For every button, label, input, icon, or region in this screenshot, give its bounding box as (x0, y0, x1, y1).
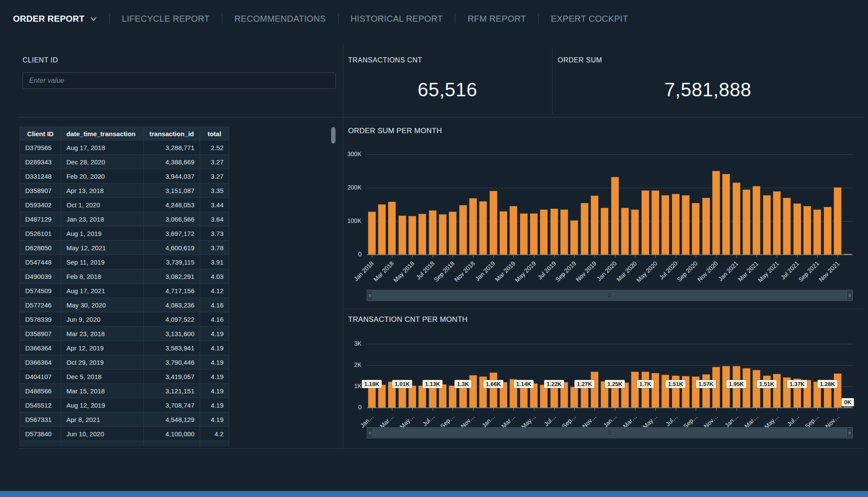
bar[interactable] (378, 204, 386, 255)
table-row[interactable]: D358907Mar 23, 20183,131,6004.19 (20, 327, 229, 341)
bar[interactable] (418, 386, 426, 408)
table-row[interactable]: D379565Aug 17, 20183,288,7712.52 (20, 141, 229, 155)
bar[interactable] (661, 195, 669, 255)
bar[interactable] (439, 214, 447, 255)
bar[interactable] (651, 373, 659, 408)
nav-tab-order-report[interactable]: ORDER REPORT (13, 14, 109, 24)
bar[interactable] (712, 171, 720, 255)
column-header-date-time[interactable]: date_time_transaction (61, 127, 144, 141)
bar[interactable] (408, 386, 416, 408)
bar[interactable] (722, 174, 730, 255)
table-row[interactable]: D488566Mar 15, 20183,121,1514.19 (20, 384, 229, 398)
slider-thumb[interactable]: ⠿ (373, 290, 846, 301)
table-row[interactable]: D593402Oct 1, 20204,248,0533.44 (20, 198, 229, 212)
bar[interactable] (834, 373, 842, 408)
table-row[interactable]: D567331Apr 8, 20214,548,1294.19 (20, 412, 229, 427)
table-row[interactable]: D366364Apr 12, 20193,583,9414.19 (20, 341, 229, 355)
bar[interactable] (429, 210, 437, 255)
slider-right-handle[interactable]: ≡ (846, 427, 853, 438)
bar[interactable] (418, 214, 426, 255)
table-row[interactable]: D366364Oct 29, 20193,790,4464.19 (20, 355, 229, 369)
bar[interactable] (449, 386, 457, 408)
bar[interactable] (490, 191, 497, 255)
bar[interactable] (459, 205, 467, 255)
nav-tab-rfm-report[interactable]: RFM REPORT (455, 14, 538, 24)
bar[interactable] (581, 203, 589, 255)
bar[interactable] (621, 208, 629, 255)
table-row[interactable]: D487129Jan 23, 20183,066,5663.64 (20, 212, 229, 226)
bar[interactable] (702, 198, 710, 255)
bar[interactable] (651, 190, 659, 255)
bar[interactable] (479, 201, 487, 255)
bar[interactable] (824, 207, 832, 255)
table-row[interactable]: D526101Aug 1, 20193,697,1723.73 (20, 226, 229, 241)
column-header-total[interactable]: total (200, 127, 229, 141)
table-row[interactable]: D628050May 12, 20214,600,6193.78 (20, 241, 229, 255)
table-row[interactable]: D289343Dec 28, 20204,388,6693.27 (20, 155, 229, 169)
bar[interactable] (844, 254, 852, 255)
table-row[interactable]: D578339Jun 9, 20204,097,5224.16 (20, 312, 229, 327)
bar[interactable] (378, 385, 386, 408)
nav-tab-lifecycle-report[interactable]: LIFECYCLE REPORT (110, 14, 222, 24)
slider-left-handle[interactable]: ≡ (367, 427, 373, 438)
bar[interactable] (540, 385, 548, 408)
bar[interactable] (803, 206, 811, 255)
table-row[interactable]: D574509Aug 17, 20214,717,1564.12 (20, 284, 229, 298)
bar[interactable] (672, 194, 680, 255)
bar[interactable] (469, 198, 477, 255)
bar[interactable] (368, 212, 376, 255)
bar[interactable] (702, 374, 710, 408)
bar[interactable] (601, 208, 608, 255)
bar[interactable] (753, 186, 760, 255)
bar[interactable] (773, 191, 781, 255)
table-row[interactable]: D358907Apr 13, 20183,151,0873.35 (20, 183, 229, 198)
bar[interactable] (753, 370, 760, 408)
nav-tab-recommendations[interactable]: RECOMMENDATIONS (222, 14, 338, 24)
bar[interactable] (813, 209, 821, 255)
slider-left-handle[interactable]: ≡ (367, 290, 373, 301)
bar[interactable] (398, 386, 406, 408)
bar[interactable] (783, 198, 791, 255)
bar[interactable] (641, 190, 649, 255)
bar[interactable] (398, 216, 406, 255)
bar[interactable] (844, 407, 852, 408)
table-row[interactable]: D490039Feb 8, 20183,082,2914.03 (20, 269, 229, 284)
nav-tab-expert-cockpit[interactable]: EXPERT COCKPIT (539, 14, 640, 24)
bar[interactable] (793, 203, 801, 255)
bar[interactable] (682, 195, 690, 255)
column-header-transaction-id[interactable]: transaction_id (144, 127, 200, 141)
bar[interactable] (570, 387, 578, 408)
table-scrollbar-thumb[interactable] (331, 127, 335, 144)
bar[interactable] (773, 374, 781, 408)
bar[interactable] (510, 206, 517, 255)
bar[interactable] (540, 209, 548, 255)
bar[interactable] (591, 196, 598, 255)
bar[interactable] (408, 216, 416, 255)
bar[interactable] (733, 183, 740, 255)
bar[interactable] (388, 202, 396, 255)
bar[interactable] (530, 213, 538, 255)
table-row[interactable]: D545512Aug 12, 20193,708,7474.19 (20, 398, 229, 412)
bar[interactable] (834, 187, 842, 255)
bar[interactable] (500, 211, 507, 255)
slider-thumb[interactable]: ⠿ (373, 427, 846, 438)
bar[interactable] (490, 373, 497, 408)
bar[interactable] (570, 220, 578, 255)
table-row[interactable]: D404107Dec 5, 20183,419,0574.19 (20, 369, 229, 384)
table-row[interactable]: D573840Jun 10, 20204,100,0004.2 (20, 427, 229, 441)
bar[interactable] (550, 209, 558, 255)
bar[interactable] (631, 372, 639, 408)
table-row[interactable]: D331248Feb 20, 20203,944,0373.27 (20, 169, 229, 183)
bar[interactable] (611, 177, 619, 255)
slider-right-handle[interactable]: ≡ (846, 290, 853, 301)
bar[interactable] (449, 212, 457, 255)
bar[interactable] (743, 190, 750, 255)
bar[interactable] (591, 372, 598, 408)
bar[interactable] (763, 195, 771, 255)
client-id-input[interactable] (23, 72, 336, 89)
table-row[interactable]: D577246May 30, 20204,083,2364.16 (20, 298, 229, 312)
bar[interactable] (560, 209, 568, 255)
table-row[interactable]: D589079Nov 16, 20204,316,6254.56 (20, 441, 229, 447)
bar[interactable] (692, 203, 700, 255)
bar[interactable] (631, 209, 639, 255)
